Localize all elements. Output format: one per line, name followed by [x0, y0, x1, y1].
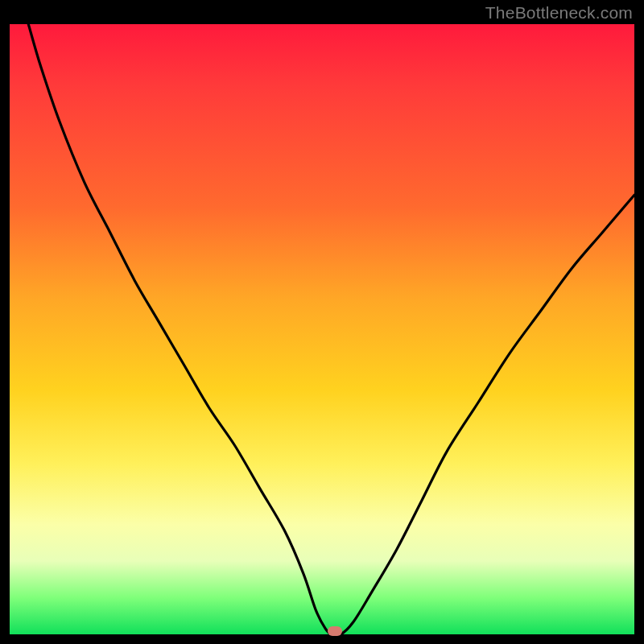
bottleneck-curve-path	[28, 24, 634, 635]
watermark-label: TheBottleneck.com	[485, 3, 633, 23]
optimal-point-marker	[328, 626, 342, 636]
bottleneck-curve-svg	[10, 24, 634, 634]
chart-frame: TheBottleneck.com	[0, 0, 644, 644]
